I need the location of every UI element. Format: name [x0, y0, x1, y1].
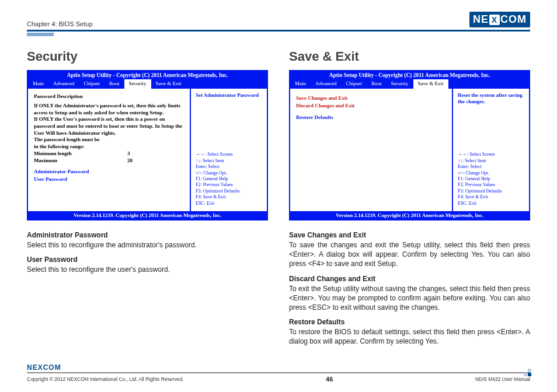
- footer-manual-name: NDiS M422 User Manual: [475, 376, 530, 382]
- bios-title: Aptio Setup Utility - Copyright (C) 2011…: [28, 71, 267, 79]
- header-rule: [27, 30, 530, 32]
- bios-main-panel: Password Description If ONLY the Adminis…: [28, 89, 191, 211]
- tab-security[interactable]: Security: [387, 79, 413, 89]
- bios-title: Aptio Setup Utility - Copyright (C) 2011…: [290, 71, 529, 79]
- key-row: ↑↓: Select Item: [458, 158, 524, 164]
- key-row: F1: General Help: [196, 176, 262, 182]
- bios-item-discard-exit[interactable]: Discard Changes and Exit: [296, 103, 446, 108]
- bios-footer: Version 2.14.1219. Copyright (C) 2011 Am…: [290, 211, 529, 219]
- bios-side-panel: Set Administrator Password →←: Select Sc…: [191, 89, 267, 211]
- password-description-body: If ONLY the Administrator's password is …: [34, 103, 184, 150]
- desc-heading-user-password: User Password: [27, 256, 268, 264]
- tab-main[interactable]: Main: [290, 79, 311, 89]
- min-length-label: Minimum length: [34, 150, 127, 158]
- bios-window-security: Aptio Setup Utility - Copyright (C) 2011…: [27, 70, 268, 220]
- bios-window-save-exit: Aptio Setup Utility - Copyright (C) 2011…: [289, 70, 530, 220]
- bios-tabs: Main Advanced Chipset Boot Security Save…: [28, 79, 267, 89]
- max-length-value: 20: [127, 158, 133, 164]
- brand-logo: NE X COM: [469, 12, 530, 27]
- bios-help-text: Set Administrator Password: [196, 92, 262, 99]
- desc-body-admin-password: Select this to reconfigure the administr…: [27, 240, 268, 250]
- logo-x-icon: X: [489, 15, 500, 25]
- header-accent-tab: [27, 33, 54, 36]
- key-row: →←: Select Screen: [458, 152, 524, 158]
- footer-copyright: Copyright © 2012 NEXCOM International Co…: [27, 376, 183, 382]
- desc-heading-admin-password: Administrator Password: [27, 231, 268, 239]
- bios-item-user-password[interactable]: User Password: [34, 176, 184, 182]
- tab-security[interactable]: Security: [124, 79, 151, 89]
- key-row: Enter: Select: [196, 164, 262, 170]
- tab-save-exit[interactable]: Save & Exit: [151, 79, 186, 89]
- tab-advanced[interactable]: Advanced: [311, 79, 341, 89]
- password-description-heading: Password Description: [34, 93, 184, 99]
- bios-help-text: Reset the system after saving the change…: [458, 92, 524, 106]
- bios-footer: Version 2.14.1219. Copyright (C) 2011 Am…: [28, 211, 267, 219]
- desc-body-user-password: Select this to reconfigure the user's pa…: [27, 265, 268, 274]
- section-title-save-exit: Save & Exit: [289, 49, 530, 64]
- key-row: F4: Save & Exit: [458, 194, 524, 200]
- desc-body-discard-exit: To exit the Setup utility without saving…: [289, 284, 530, 313]
- key-row: F4: Save & Exit: [196, 194, 262, 200]
- key-row: Enter: Select: [458, 164, 524, 170]
- key-row: ↑↓: Select Item: [196, 158, 262, 164]
- bios-side-panel: Reset the system after saving the change…: [453, 89, 529, 211]
- footer-logo: NEXCOM: [27, 363, 61, 372]
- key-row: F2: Previous Values: [458, 182, 524, 188]
- key-row: +/-: Change Opt.: [196, 170, 262, 176]
- max-length-label: Maximum: [34, 158, 127, 164]
- tab-save-exit[interactable]: Save & Exit: [413, 79, 448, 89]
- tab-advanced[interactable]: Advanced: [48, 79, 79, 89]
- desc-body-restore-defaults: To restore the BIOS to default settings,…: [289, 327, 530, 346]
- bios-key-legend: →←: Select Screen ↑↓: Select Item Enter:…: [196, 152, 262, 206]
- chapter-label: Chapter 4: BIOS Setup: [27, 20, 93, 27]
- key-row: +/-: Change Opt.: [458, 170, 524, 176]
- logo-text-left: NE: [473, 13, 489, 26]
- min-length-value: 3: [127, 150, 130, 158]
- desc-heading-save-exit: Save Changes and Exit: [289, 231, 530, 239]
- bios-tabs: Main Advanced Chipset Boot Security Save…: [290, 79, 529, 89]
- key-row: ESC: Exit: [196, 201, 262, 206]
- bios-main-panel: Save Changes and Exit Discard Changes an…: [290, 89, 453, 211]
- tab-chipset[interactable]: Chipset: [79, 79, 105, 89]
- key-row: F3: Optimized Defaults: [458, 188, 524, 194]
- tab-main[interactable]: Main: [28, 79, 48, 89]
- key-row: ESC: Exit: [458, 201, 524, 206]
- key-row: F2: Previous Values: [196, 182, 262, 188]
- tab-chipset[interactable]: Chipset: [341, 79, 367, 89]
- bios-item-save-exit[interactable]: Save Changes and Exit: [296, 95, 446, 101]
- bios-key-legend: →←: Select Screen ↑↓: Select Item Enter:…: [458, 152, 524, 206]
- tab-boot[interactable]: Boot: [367, 79, 387, 89]
- desc-body-save-exit: To save the changes and exit the Setup u…: [289, 240, 530, 269]
- bios-item-admin-password[interactable]: Administrator Password: [34, 169, 184, 174]
- desc-heading-discard-exit: Discard Changes and Exit: [289, 275, 530, 283]
- desc-heading-restore-defaults: Restore Defaults: [289, 318, 530, 326]
- key-row: →←: Select Screen: [196, 152, 262, 158]
- tab-boot[interactable]: Boot: [105, 79, 124, 89]
- key-row: F1: General Help: [458, 176, 524, 182]
- footer-rule: [27, 372, 530, 373]
- key-row: F3: Optimized Defaults: [196, 188, 262, 194]
- page-number: 46: [326, 376, 333, 383]
- bios-item-restore-defaults[interactable]: Restore Defaults: [296, 114, 446, 120]
- footer-squares-icon: [523, 369, 531, 375]
- logo-text-right: COM: [500, 13, 527, 26]
- section-title-security: Security: [27, 49, 268, 64]
